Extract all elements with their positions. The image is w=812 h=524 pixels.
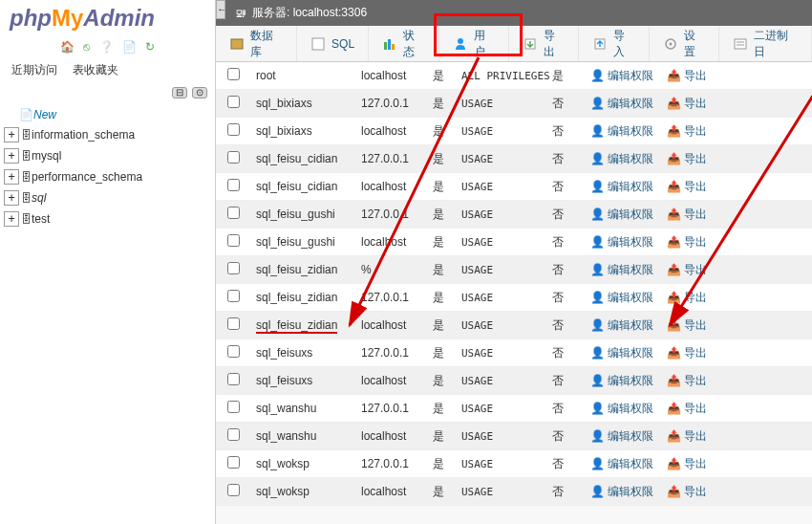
row-checkbox[interactable] (227, 456, 240, 469)
tab-import[interactable]: 导入 (579, 26, 649, 61)
edit-privileges-link[interactable]: 👤编辑权限 (590, 123, 653, 140)
edit-privileges-link[interactable]: 👤编辑权限 (590, 401, 653, 417)
export-link[interactable]: 📤导出 (667, 151, 707, 167)
row-checkbox[interactable] (227, 262, 240, 274)
tab-settings[interactable]: 设置 (650, 26, 719, 61)
export-link[interactable]: 📤导出 (667, 68, 707, 84)
export-link[interactable]: 📤导出 (667, 401, 707, 417)
row-checkbox[interactable] (227, 373, 240, 385)
user-icon: 👤 (590, 318, 605, 332)
tab-label: 导出 (544, 28, 565, 60)
tree-db-item[interactable]: + test (2, 208, 213, 229)
row-checkbox[interactable] (227, 317, 240, 330)
db-label[interactable]: test (32, 212, 50, 226)
svg-point-9 (669, 42, 672, 45)
db-label[interactable]: information_schema (32, 128, 135, 142)
edit-privileges-link[interactable]: 👤编辑权限 (590, 68, 653, 84)
export-link[interactable]: 📤导出 (667, 207, 707, 223)
server-label[interactable]: 服务器: localhost:3306 (252, 5, 367, 21)
user-grant: 否 (552, 317, 590, 334)
export-link[interactable]: 📤导出 (667, 179, 707, 195)
tree-db-item[interactable]: + performance_schema (2, 166, 213, 187)
row-checkbox[interactable] (227, 96, 240, 108)
db-label[interactable]: sql (32, 191, 46, 205)
tree-db-item[interactable]: + sql (2, 187, 213, 208)
edit-privileges-link[interactable]: 👤编辑权限 (590, 484, 653, 500)
status-icon (382, 36, 397, 52)
db-label[interactable]: mysql (32, 149, 61, 163)
user-password: 是 (433, 373, 461, 389)
db-label[interactable]: performance_schema (32, 170, 142, 184)
row-checkbox[interactable] (227, 428, 240, 441)
edit-privileges-link[interactable]: 👤编辑权限 (590, 290, 653, 306)
row-checkbox[interactable] (227, 179, 240, 191)
edit-privileges-link[interactable]: 👤编辑权限 (590, 262, 653, 278)
reload-icon[interactable]: ↻ (145, 40, 155, 54)
tab-user[interactable]: 用户 (439, 26, 509, 61)
export-link[interactable]: 📤导出 (667, 96, 707, 112)
expand-icon[interactable]: + (4, 127, 19, 142)
docs-icon[interactable]: ❔ (99, 40, 114, 54)
user-name: sql_bixiaxs (256, 124, 312, 138)
row-checkbox[interactable] (227, 345, 240, 358)
tab-db[interactable]: 数据库 (216, 26, 297, 61)
logout-icon[interactable]: ⎋ (83, 40, 90, 54)
recent-tab[interactable]: 近期访问 (4, 59, 65, 81)
link-icon[interactable]: ⊙ (192, 87, 207, 98)
db-icon (21, 170, 32, 184)
user-privileges: USAGE (461, 458, 552, 470)
user-icon: 👤 (590, 263, 605, 276)
export-link[interactable]: 📤导出 (667, 428, 707, 445)
export-link[interactable]: 📤导出 (667, 345, 707, 361)
user-row: sql_feisu_zidian 127.0.0.1 是 USAGE 否 👤编辑… (216, 284, 812, 312)
edit-privileges-link[interactable]: 👤编辑权限 (590, 345, 653, 361)
edit-privileges-link[interactable]: 👤编辑权限 (590, 207, 653, 223)
sidebar-nav-tabs: 近期访问 表收藏夹 (0, 57, 215, 83)
user-row: sql_feisu_gushi localhost 是 USAGE 否 👤编辑权… (216, 229, 812, 256)
favorites-tab[interactable]: 表收藏夹 (65, 59, 126, 81)
tree-db-item[interactable]: + information_schema (2, 124, 213, 145)
expand-icon[interactable]: + (4, 211, 19, 227)
row-checkbox[interactable] (227, 401, 240, 413)
user-icon: 👤 (590, 69, 605, 82)
edit-privileges-link[interactable]: 👤编辑权限 (590, 428, 653, 445)
user-icon: 👤 (590, 485, 605, 498)
collapse-all-icon[interactable]: ⊟ (172, 87, 187, 98)
tree-db-item[interactable]: + mysql (2, 145, 213, 166)
logo[interactable]: phpMyAdmin (0, 0, 215, 36)
edit-privileges-link[interactable]: 👤编辑权限 (590, 179, 653, 195)
expand-icon[interactable]: + (4, 148, 19, 164)
home-icon[interactable]: 🏠 (60, 40, 75, 54)
tree-new[interactable]: 📄 New (2, 105, 213, 124)
row-checkbox[interactable] (227, 123, 240, 136)
row-checkbox[interactable] (227, 484, 240, 496)
edit-privileges-link[interactable]: 👤编辑权限 (590, 151, 653, 167)
export-link[interactable]: 📤导出 (667, 123, 707, 140)
export-link[interactable]: 📤导出 (667, 456, 707, 472)
edit-privileges-link[interactable]: 👤编辑权限 (590, 456, 653, 472)
row-checkbox[interactable] (227, 151, 240, 164)
tab-export[interactable]: 导出 (509, 26, 579, 61)
edit-privileges-link[interactable]: 👤编辑权限 (590, 96, 653, 112)
export-link[interactable]: 📤导出 (667, 484, 707, 500)
edit-privileges-link[interactable]: 👤编辑权限 (590, 234, 653, 251)
export-link[interactable]: 📤导出 (667, 262, 707, 278)
tab-binlog[interactable]: 二进制日 (719, 26, 812, 61)
sql-icon[interactable]: 📄 (122, 40, 137, 54)
row-checkbox[interactable] (227, 234, 240, 247)
row-checkbox[interactable] (227, 68, 240, 80)
export-link[interactable]: 📤导出 (667, 317, 707, 334)
export-link[interactable]: 📤导出 (667, 373, 707, 389)
expand-icon[interactable]: + (4, 169, 19, 185)
tab-sql[interactable]: SQL (297, 26, 369, 61)
edit-privileges-link[interactable]: 👤编辑权限 (590, 373, 653, 389)
user-row: sql_feisu_cidian localhost 是 USAGE 否 👤编辑… (216, 173, 812, 201)
collapse-sidebar-button[interactable]: ← (216, 0, 225, 19)
export-link[interactable]: 📤导出 (667, 290, 707, 306)
edit-privileges-link[interactable]: 👤编辑权限 (590, 317, 653, 334)
expand-icon[interactable]: + (4, 190, 19, 206)
row-checkbox[interactable] (227, 207, 240, 219)
tab-status[interactable]: 状态 (369, 26, 438, 61)
export-link[interactable]: 📤导出 (667, 234, 707, 251)
row-checkbox[interactable] (227, 290, 240, 302)
